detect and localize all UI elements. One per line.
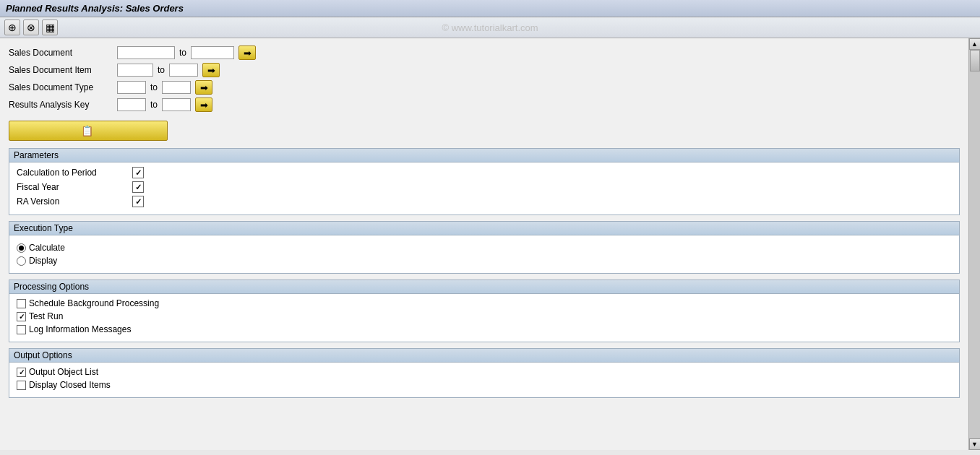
sales-document-type-label: Sales Document Type xyxy=(9,82,117,92)
fiscal-year-checkbox[interactable] xyxy=(132,181,144,193)
sales-document-item-to[interactable] xyxy=(169,64,198,77)
to-label-4: to xyxy=(150,100,158,110)
log-info-row: Log Information Messages xyxy=(17,324,952,334)
toolbar-btn-2[interactable]: ⊗ xyxy=(23,20,39,35)
output-object-list-checkbox[interactable] xyxy=(17,368,26,377)
output-object-list-label: Output Object List xyxy=(29,367,98,377)
processing-options-body: Schedule Background Processing Test Run … xyxy=(9,294,959,342)
parameters-section: Parameters Calculation to Period Fiscal … xyxy=(9,148,960,215)
sales-document-type-from[interactable] xyxy=(117,81,146,94)
calculate-radio-row: Calculate xyxy=(17,243,952,253)
scroll-up-btn[interactable]: ▲ xyxy=(969,38,981,50)
sales-document-item-label: Sales Document Item xyxy=(9,65,117,75)
scroll-track xyxy=(969,50,981,438)
display-radio-row: Display xyxy=(17,256,952,266)
watermark: © www.tutorialkart.com xyxy=(442,22,538,33)
schedule-bg-row: Schedule Background Processing xyxy=(17,298,952,308)
display-closed-items-row: Display Closed Items xyxy=(17,380,952,390)
toolbar: ⊕ ⊗ ▦ © www.tutorialkart.com xyxy=(0,17,980,38)
results-analysis-key-arrow-btn[interactable]: ➡ xyxy=(195,98,212,112)
sales-document-item-row: Sales Document Item to ➡ xyxy=(9,63,960,77)
sales-document-to[interactable] xyxy=(191,46,234,59)
results-analysis-key-from[interactable] xyxy=(117,98,146,111)
sales-document-type-arrow-btn[interactable]: ➡ xyxy=(195,80,212,95)
execute-icon: 📋 xyxy=(81,125,93,136)
calc-period-label: Calculation to Period xyxy=(17,168,132,178)
calculate-label: Calculate xyxy=(29,243,65,253)
execute-button[interactable]: 📋 xyxy=(9,121,168,141)
execution-type-header: Execution Type xyxy=(9,222,959,235)
processing-options-header: Processing Options xyxy=(9,280,959,294)
schedule-bg-label: Schedule Background Processing xyxy=(29,298,159,308)
output-options-label: Output Options xyxy=(14,350,72,360)
test-run-label: Test Run xyxy=(29,311,63,321)
parameters-label: Parameters xyxy=(14,150,59,160)
log-info-checkbox[interactable] xyxy=(17,325,26,334)
calc-period-checkbox[interactable] xyxy=(132,167,144,178)
display-label: Display xyxy=(29,256,57,266)
title-bar: Planned Results Analysis: Sales Orders xyxy=(0,0,980,17)
sales-document-type-row: Sales Document Type to ➡ xyxy=(9,80,960,95)
toolbar-btn-3[interactable]: ▦ xyxy=(42,20,58,35)
results-analysis-key-label: Results Analysis Key xyxy=(9,100,117,110)
execution-type-body: Calculate Display xyxy=(9,235,959,273)
form-section: Sales Document to ➡ Sales Document Item … xyxy=(9,46,960,112)
scroll-down-btn[interactable]: ▼ xyxy=(969,438,981,450)
sales-document-label: Sales Document xyxy=(9,48,117,58)
output-options-section: Output Options Output Object List Displa… xyxy=(9,348,960,398)
ra-version-label: RA Version xyxy=(17,196,132,207)
parameters-body: Calculation to Period Fiscal Year RA Ver… xyxy=(9,162,959,214)
calc-period-row: Calculation to Period xyxy=(17,167,952,178)
sales-document-item-from[interactable] xyxy=(117,64,153,77)
toolbar-btn-1[interactable]: ⊕ xyxy=(4,20,20,35)
scrollbar[interactable]: ▲ ▼ xyxy=(968,38,980,450)
test-run-row: Test Run xyxy=(17,311,952,321)
processing-options-label: Processing Options xyxy=(14,282,89,292)
test-run-checkbox[interactable] xyxy=(17,312,26,321)
log-info-label: Log Information Messages xyxy=(29,324,131,334)
to-label-2: to xyxy=(158,65,165,75)
content-area: Sales Document to ➡ Sales Document Item … xyxy=(0,38,968,450)
sales-document-type-to[interactable] xyxy=(162,81,191,94)
fiscal-year-row: Fiscal Year xyxy=(17,181,952,193)
processing-options-section: Processing Options Schedule Background P… xyxy=(9,280,960,342)
display-closed-items-label: Display Closed Items xyxy=(29,380,111,390)
ra-version-checkbox[interactable] xyxy=(132,196,144,207)
output-options-body: Output Object List Display Closed Items xyxy=(9,363,959,397)
display-closed-items-checkbox[interactable] xyxy=(17,381,26,390)
display-radio[interactable] xyxy=(17,256,26,266)
sales-document-arrow-btn[interactable]: ➡ xyxy=(238,46,256,60)
ra-version-row: RA Version xyxy=(17,196,952,207)
execution-type-section: Execution Type Calculate Display xyxy=(9,221,960,274)
output-object-list-row: Output Object List xyxy=(17,367,952,377)
fiscal-year-label: Fiscal Year xyxy=(17,182,132,192)
to-label-3: to xyxy=(150,82,158,92)
scroll-thumb[interactable] xyxy=(970,50,980,72)
sales-document-from[interactable] xyxy=(117,46,175,59)
results-analysis-key-to[interactable] xyxy=(162,98,191,111)
schedule-bg-checkbox[interactable] xyxy=(17,299,26,308)
results-analysis-key-row: Results Analysis Key to ➡ xyxy=(9,98,960,112)
calculate-radio[interactable] xyxy=(17,243,26,253)
sales-document-row: Sales Document to ➡ xyxy=(9,46,960,60)
to-label-1: to xyxy=(179,48,186,58)
page-title: Planned Results Analysis: Sales Orders xyxy=(6,3,184,14)
radio-group: Calculate Display xyxy=(17,240,952,269)
sales-document-item-arrow-btn[interactable]: ➡ xyxy=(202,63,220,77)
parameters-header: Parameters xyxy=(9,149,959,162)
execution-type-label: Execution Type xyxy=(14,223,73,233)
output-options-header: Output Options xyxy=(9,349,959,363)
